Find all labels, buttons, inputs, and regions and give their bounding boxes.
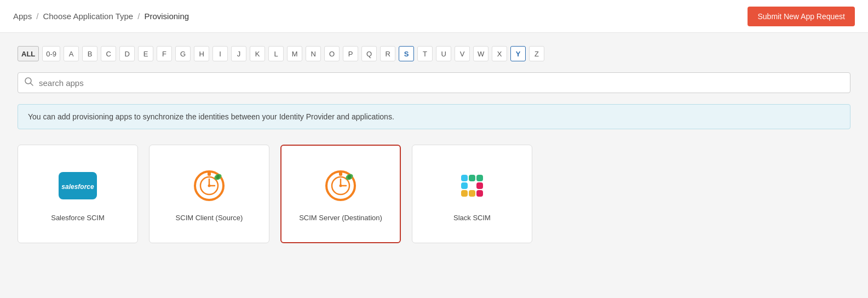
alpha-btn-n[interactable]: N [306, 46, 321, 61]
alpha-btn-o[interactable]: O [324, 46, 340, 61]
alpha-btn-f[interactable]: F [157, 46, 172, 61]
breadcrumb-current-page: Provisioning [144, 12, 189, 21]
svg-rect-26 [476, 182, 483, 189]
alpha-btn-x[interactable]: X [492, 46, 507, 61]
svg-point-17 [340, 184, 342, 187]
alpha-btn-s[interactable]: S [399, 46, 414, 61]
svg-text:salesforce: salesforce [61, 182, 94, 190]
alpha-btn-z[interactable]: Z [529, 46, 544, 61]
breadcrumb-sep-1: / [36, 12, 38, 21]
svg-rect-20 [461, 175, 468, 181]
breadcrumb-choose-type-link[interactable]: Choose Application Type [43, 12, 133, 21]
svg-rect-21 [461, 182, 468, 189]
svg-rect-27 [476, 190, 483, 197]
alpha-btn-h[interactable]: H [194, 46, 209, 61]
alpha-btn-a[interactable]: A [64, 46, 79, 61]
search-icon [25, 77, 33, 88]
breadcrumb: Apps / Choose Application Type / Provisi… [13, 12, 189, 21]
info-banner: You can add provisioning apps to synchro… [18, 104, 850, 129]
svg-rect-13 [339, 171, 342, 176]
app-logo-scim-client-source [190, 167, 228, 205]
svg-line-1 [31, 83, 33, 86]
app-card-name-salesforce-scim: Salesforce SCIM [51, 214, 105, 222]
alpha-filter: ALL0-9ABCDEFGHIJKLMNOPQRSTUVWXYZ [18, 46, 850, 61]
app-card-name-slack-scim: Slack SCIM [453, 214, 491, 222]
app-card-name-scim-server-destination: SCIM Server (Destination) [299, 214, 382, 222]
submit-new-app-request-button[interactable]: Submit New App Request [748, 7, 855, 26]
app-card-name-scim-client-source: SCIM Client (Source) [176, 214, 243, 222]
app-card-salesforce-scim[interactable]: salesforce Salesforce SCIM [18, 145, 138, 243]
svg-point-9 [208, 184, 211, 187]
main-content: ALL0-9ABCDEFGHIJKLMNOPQRSTUVWXYZ You can… [0, 33, 868, 256]
alpha-btn-i[interactable]: I [212, 46, 228, 61]
alpha-btn-w[interactable]: W [473, 46, 488, 61]
app-card-scim-client-source[interactable]: SCIM Client (Source) [149, 145, 269, 243]
alpha-btn-p[interactable]: P [343, 46, 358, 61]
svg-rect-24 [461, 190, 468, 197]
app-logo-scim-server-destination [321, 167, 360, 205]
alpha-btn-g[interactable]: G [175, 46, 191, 61]
breadcrumb-apps-link[interactable]: Apps [13, 12, 32, 21]
search-input[interactable] [39, 78, 843, 88]
alpha-btn-c[interactable]: C [101, 46, 116, 61]
alpha-btn-q[interactable]: Q [361, 46, 377, 61]
alpha-btn-l[interactable]: L [268, 46, 284, 61]
alpha-btn-b[interactable]: B [82, 46, 97, 61]
app-logo-slack-scim [453, 167, 491, 205]
alpha-btn-k[interactable]: K [250, 46, 265, 61]
app-logo-salesforce-scim: salesforce [59, 167, 97, 205]
header: Apps / Choose Application Type / Provisi… [0, 0, 868, 33]
app-card-scim-server-destination[interactable]: SCIM Server (Destination) [280, 145, 401, 243]
alpha-btn-j[interactable]: J [231, 46, 246, 61]
alpha-btn-r[interactable]: R [380, 46, 395, 61]
alpha-btn-y[interactable]: Y [510, 46, 526, 61]
breadcrumb-sep-2: / [137, 12, 140, 21]
alpha-btn-v[interactable]: V [455, 46, 470, 61]
svg-rect-22 [469, 175, 475, 181]
alpha-btn-u[interactable]: U [436, 46, 451, 61]
alpha-btn-d[interactable]: D [119, 46, 135, 61]
alpha-btn-m[interactable]: M [287, 46, 302, 61]
apps-grid: salesforce Salesforce SCIM SCIM Clie [18, 145, 850, 243]
svg-rect-5 [208, 171, 211, 176]
alpha-btn-e[interactable]: E [138, 46, 153, 61]
app-card-slack-scim[interactable]: Slack SCIM [412, 145, 532, 243]
search-container [18, 72, 850, 93]
alpha-btn-all[interactable]: ALL [18, 46, 39, 61]
alpha-btn-0_9[interactable]: 0-9 [42, 46, 60, 61]
alpha-btn-t[interactable]: T [417, 46, 433, 61]
svg-rect-25 [469, 190, 475, 197]
svg-rect-23 [476, 175, 483, 181]
